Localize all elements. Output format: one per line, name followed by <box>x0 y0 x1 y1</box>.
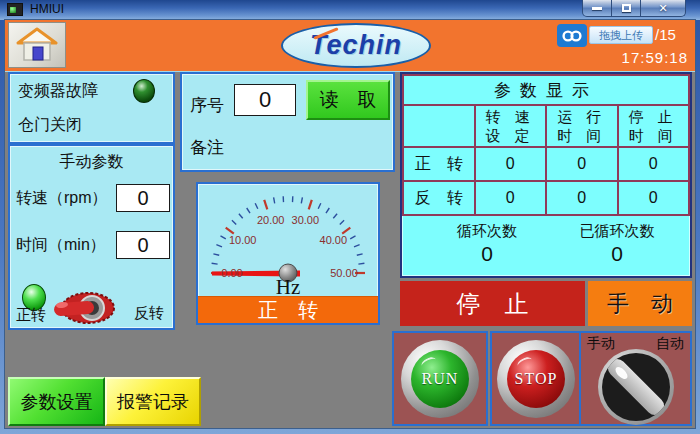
stop-button[interactable]: STOP <box>497 340 575 418</box>
close-icon: ✕ <box>658 2 667 15</box>
svg-text:40.00: 40.00 <box>320 234 348 246</box>
window-frame: HMIUI ✕ Techin <box>0 0 700 434</box>
cycle-count-label: 循环次数 <box>422 222 552 241</box>
inverter-fault-label: 变频器故障 <box>18 81 98 102</box>
gauge-unit-label: Hz <box>276 275 301 296</box>
param-display-panel: 参数显示 转 速 设 定 运 行 时 间 停 止 时 间 <box>400 72 692 278</box>
minimize-button[interactable] <box>582 0 612 17</box>
col-header-stoptime: 停 止 时 间 <box>618 105 690 147</box>
read-button[interactable]: 读 取 <box>306 80 390 120</box>
gauge-panel: Hz 0.0010.0020.0030.0040.0050.00 正 转 <box>196 182 380 325</box>
direction-toggle-switch[interactable] <box>54 290 116 326</box>
fwd-stoptime-value: 0 <box>618 147 690 181</box>
run-button-panel: RUN <box>392 331 488 426</box>
mode-switch-panel: 手动 自动 <box>579 331 692 426</box>
param-table: 参数显示 转 速 设 定 运 行 时 间 停 止 时 间 <box>402 74 690 216</box>
param-table-title: 参数显示 <box>403 75 689 105</box>
brand-logo: Techin <box>281 23 431 68</box>
cycle-count-value: 0 <box>422 242 552 266</box>
mode-manual-label: 手动 <box>587 335 615 353</box>
maximize-button[interactable] <box>612 0 640 17</box>
cycled-count-value: 0 <box>552 242 682 266</box>
rotary-knob-icon <box>602 353 670 421</box>
serial-input[interactable]: 0 <box>234 84 296 116</box>
close-button[interactable]: ✕ <box>640 0 686 17</box>
stop-button-face: STOP <box>507 350 565 408</box>
param-table-corner-cell <box>403 105 475 147</box>
serial-panel: 序号 0 读 取 备注 <box>180 72 395 172</box>
time-input[interactable]: 0 <box>116 231 170 259</box>
run-button-face: RUN <box>411 350 469 408</box>
stop-status-banner: 停 止 <box>400 281 585 326</box>
table-row-reverse: 反 转 0 0 0 <box>403 181 689 215</box>
header-bar: Techin 拖拽上传 /15 17:59:18 <box>5 20 695 72</box>
rev-speed-value: 0 <box>475 181 547 215</box>
alarm-record-button[interactable]: 报警记录 <box>105 377 201 426</box>
cycled-count-label: 已循环次数 <box>552 222 682 241</box>
status-row-inverter: 变频器故障 <box>10 74 173 108</box>
fwd-runtime-value: 0 <box>546 147 618 181</box>
fwd-speed-value: 0 <box>475 147 547 181</box>
table-row-forward: 正 转 0 0 0 <box>403 147 689 181</box>
manual-mode-banner: 手 动 <box>588 281 692 326</box>
manual-params-panel: 手动参数 转速（rpm） 0 时间（min） 0 正转 反转 <box>8 144 175 330</box>
inverter-fault-lamp-icon <box>133 79 155 103</box>
minimize-icon <box>592 7 602 10</box>
svg-text:30.00: 30.00 <box>292 214 320 226</box>
forward-direction-label: 正转 <box>16 306 46 325</box>
remark-label: 备注 <box>190 136 224 159</box>
manual-params-title: 手动参数 <box>10 152 173 173</box>
col-header-runtime: 运 行 时 间 <box>546 105 618 147</box>
serial-label: 序号 <box>190 94 224 117</box>
svg-text:50.00: 50.00 <box>330 267 358 279</box>
app-icon <box>7 3 23 16</box>
row-label-reverse: 反 转 <box>403 181 475 215</box>
caption-buttons: ✕ <box>582 0 686 17</box>
upload-badge[interactable]: 拖拽上传 <box>589 26 653 44</box>
rev-stoptime-value: 0 <box>618 181 690 215</box>
svg-text:20.00: 20.00 <box>257 214 285 226</box>
rotation-status-bar: 正 转 <box>198 296 378 323</box>
time-label: 时间（min） <box>16 235 106 256</box>
svg-text:0.00: 0.00 <box>221 267 242 279</box>
mode-rotary-switch[interactable] <box>598 349 674 425</box>
home-icon <box>16 27 58 63</box>
page-indicator: /15 <box>655 26 676 43</box>
row-label-forward: 正 转 <box>403 147 475 181</box>
titlebar[interactable]: HMIUI ✕ <box>0 0 700 20</box>
speed-label: 转速（rpm） <box>16 188 108 209</box>
mode-auto-label: 自动 <box>656 335 684 353</box>
reverse-direction-label: 反转 <box>134 304 164 323</box>
run-button[interactable]: RUN <box>401 340 479 418</box>
maximize-icon <box>622 4 631 12</box>
speed-input[interactable]: 0 <box>116 184 170 212</box>
clock: 17:59:18 <box>622 49 688 66</box>
rev-runtime-value: 0 <box>546 181 618 215</box>
window-title: HMIUI <box>30 2 64 16</box>
cloud-upload-icon[interactable] <box>557 24 587 47</box>
svg-text:10.00: 10.00 <box>229 234 257 246</box>
status-row-door: 仓门关闭 <box>10 108 173 142</box>
status-panel: 变频器故障 仓门关闭 <box>8 72 175 144</box>
stop-button-panel: STOP <box>490 331 582 426</box>
hmi-screen: Techin 拖拽上传 /15 17:59:18 变频器故障 仓门关闭 <box>5 20 695 428</box>
param-settings-button[interactable]: 参数设置 <box>8 377 105 426</box>
frequency-gauge: Hz 0.0010.0020.0030.0040.0050.00 <box>198 184 378 296</box>
door-closed-label: 仓门关闭 <box>18 115 82 136</box>
home-button[interactable] <box>8 22 66 68</box>
col-header-speed: 转 速 设 定 <box>475 105 547 147</box>
